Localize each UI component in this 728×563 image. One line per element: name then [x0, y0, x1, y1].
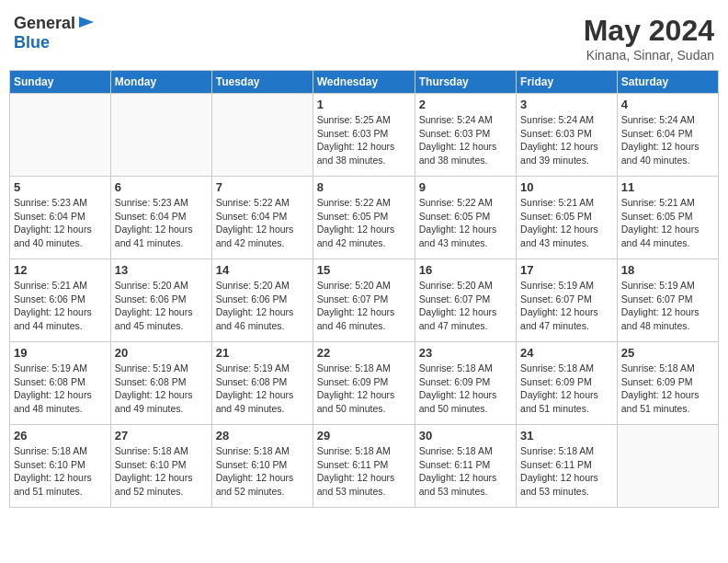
calendar-cell: 13Sunrise: 5:20 AM Sunset: 6:06 PM Dayli…	[110, 259, 211, 342]
day-info: Sunrise: 5:22 AM Sunset: 6:05 PM Dayligh…	[317, 196, 411, 250]
day-number: 8	[317, 180, 411, 194]
day-info: Sunrise: 5:19 AM Sunset: 6:07 PM Dayligh…	[520, 279, 613, 333]
day-number: 19	[14, 346, 107, 360]
logo-blue: Blue	[14, 33, 50, 52]
day-number: 29	[317, 429, 411, 442]
logo-flag-icon	[77, 15, 96, 33]
day-number: 17	[520, 263, 613, 277]
day-info: Sunrise: 5:19 AM Sunset: 6:08 PM Dayligh…	[14, 362, 107, 416]
page-header: General Blue May 2024 Kinana, Sinnar, Su…	[9, 9, 719, 63]
calendar-cell: 25Sunrise: 5:18 AM Sunset: 6:09 PM Dayli…	[617, 342, 718, 425]
day-number: 3	[520, 98, 613, 111]
day-info: Sunrise: 5:18 AM Sunset: 6:09 PM Dayligh…	[520, 362, 613, 416]
day-info: Sunrise: 5:18 AM Sunset: 6:09 PM Dayligh…	[317, 362, 411, 416]
day-info: Sunrise: 5:24 AM Sunset: 6:03 PM Dayligh…	[419, 113, 512, 167]
day-info: Sunrise: 5:18 AM Sunset: 6:10 PM Dayligh…	[216, 444, 309, 499]
day-number: 22	[317, 346, 411, 360]
logo-general: General	[14, 14, 75, 33]
day-number: 21	[216, 346, 309, 360]
calendar-cell: 22Sunrise: 5:18 AM Sunset: 6:09 PM Dayli…	[313, 342, 415, 425]
calendar-cell: 12Sunrise: 5:21 AM Sunset: 6:06 PM Dayli…	[10, 259, 111, 342]
day-info: Sunrise: 5:20 AM Sunset: 6:06 PM Dayligh…	[216, 279, 309, 333]
day-info: Sunrise: 5:19 AM Sunset: 6:08 PM Dayligh…	[115, 362, 208, 416]
day-number: 20	[115, 346, 208, 360]
calendar-cell: 3Sunrise: 5:24 AM Sunset: 6:03 PM Daylig…	[517, 94, 618, 177]
day-info: Sunrise: 5:18 AM Sunset: 6:11 PM Dayligh…	[419, 444, 512, 499]
title-block: May 2024 Kinana, Sinnar, Sudan	[584, 14, 714, 63]
week-row-2: 5Sunrise: 5:23 AM Sunset: 6:04 PM Daylig…	[10, 177, 719, 259]
day-info: Sunrise: 5:21 AM Sunset: 6:06 PM Dayligh…	[14, 279, 107, 333]
day-number: 14	[216, 263, 309, 277]
calendar-cell: 15Sunrise: 5:20 AM Sunset: 6:07 PM Dayli…	[313, 259, 415, 342]
day-number: 31	[520, 429, 613, 442]
day-info: Sunrise: 5:19 AM Sunset: 6:07 PM Dayligh…	[621, 279, 714, 333]
day-number: 12	[14, 263, 107, 277]
day-info: Sunrise: 5:18 AM Sunset: 6:10 PM Dayligh…	[115, 444, 208, 499]
day-info: Sunrise: 5:18 AM Sunset: 6:11 PM Dayligh…	[520, 444, 613, 499]
col-header-thursday: Thursday	[415, 71, 516, 94]
day-info: Sunrise: 5:20 AM Sunset: 6:07 PM Dayligh…	[317, 279, 411, 333]
day-info: Sunrise: 5:20 AM Sunset: 6:07 PM Dayligh…	[419, 279, 512, 333]
week-row-1: 1Sunrise: 5:25 AM Sunset: 6:03 PM Daylig…	[10, 94, 719, 177]
calendar-cell: 8Sunrise: 5:22 AM Sunset: 6:05 PM Daylig…	[313, 177, 415, 259]
day-number: 7	[216, 180, 309, 194]
day-info: Sunrise: 5:18 AM Sunset: 6:10 PM Dayligh…	[14, 444, 107, 499]
day-number: 2	[419, 98, 512, 111]
day-info: Sunrise: 5:23 AM Sunset: 6:04 PM Dayligh…	[115, 196, 208, 250]
col-header-saturday: Saturday	[617, 71, 718, 94]
day-info: Sunrise: 5:23 AM Sunset: 6:04 PM Dayligh…	[14, 196, 107, 250]
calendar-cell: 11Sunrise: 5:21 AM Sunset: 6:05 PM Dayli…	[617, 177, 718, 259]
day-number: 1	[317, 98, 411, 111]
calendar-cell: 9Sunrise: 5:22 AM Sunset: 6:05 PM Daylig…	[415, 177, 516, 259]
day-number: 5	[14, 180, 107, 194]
calendar-cell: 16Sunrise: 5:20 AM Sunset: 6:07 PM Dayli…	[415, 259, 516, 342]
day-info: Sunrise: 5:19 AM Sunset: 6:08 PM Dayligh…	[216, 362, 309, 416]
logo-text-block: General Blue	[14, 14, 96, 52]
calendar-cell: 19Sunrise: 5:19 AM Sunset: 6:08 PM Dayli…	[10, 342, 111, 425]
day-number: 23	[419, 346, 512, 360]
day-number: 18	[621, 263, 714, 277]
week-row-4: 19Sunrise: 5:19 AM Sunset: 6:08 PM Dayli…	[10, 342, 719, 425]
calendar-cell: 10Sunrise: 5:21 AM Sunset: 6:05 PM Dayli…	[517, 177, 618, 259]
calendar-cell: 21Sunrise: 5:19 AM Sunset: 6:08 PM Dayli…	[211, 342, 313, 425]
day-info: Sunrise: 5:20 AM Sunset: 6:06 PM Dayligh…	[115, 279, 208, 333]
calendar-cell: 17Sunrise: 5:19 AM Sunset: 6:07 PM Dayli…	[517, 259, 618, 342]
calendar-cell: 6Sunrise: 5:23 AM Sunset: 6:04 PM Daylig…	[110, 177, 211, 259]
calendar-cell: 29Sunrise: 5:18 AM Sunset: 6:11 PM Dayli…	[313, 425, 415, 508]
month-year-title: May 2024	[584, 14, 714, 48]
day-info: Sunrise: 5:18 AM Sunset: 6:11 PM Dayligh…	[317, 444, 411, 499]
day-number: 4	[621, 98, 714, 111]
calendar-cell: 7Sunrise: 5:22 AM Sunset: 6:04 PM Daylig…	[211, 177, 313, 259]
col-header-friday: Friday	[517, 71, 618, 94]
day-number: 25	[621, 346, 714, 360]
calendar-cell	[617, 425, 718, 508]
calendar-header-row: SundayMondayTuesdayWednesdayThursdayFrid…	[10, 71, 719, 94]
day-info: Sunrise: 5:24 AM Sunset: 6:03 PM Dayligh…	[520, 113, 613, 167]
calendar-cell	[110, 94, 211, 177]
day-number: 6	[115, 180, 208, 194]
day-info: Sunrise: 5:22 AM Sunset: 6:04 PM Dayligh…	[216, 196, 309, 250]
day-number: 15	[317, 263, 411, 277]
week-row-3: 12Sunrise: 5:21 AM Sunset: 6:06 PM Dayli…	[10, 259, 719, 342]
calendar-cell: 23Sunrise: 5:18 AM Sunset: 6:09 PM Dayli…	[415, 342, 516, 425]
day-number: 26	[14, 429, 107, 442]
calendar-cell: 28Sunrise: 5:18 AM Sunset: 6:10 PM Dayli…	[211, 425, 313, 508]
col-header-tuesday: Tuesday	[211, 71, 313, 94]
col-header-monday: Monday	[110, 71, 211, 94]
week-row-5: 26Sunrise: 5:18 AM Sunset: 6:10 PM Dayli…	[10, 425, 719, 508]
calendar-cell	[211, 94, 313, 177]
day-number: 13	[115, 263, 208, 277]
day-info: Sunrise: 5:18 AM Sunset: 6:09 PM Dayligh…	[419, 362, 512, 416]
logo: General Blue	[14, 14, 96, 52]
calendar-cell: 18Sunrise: 5:19 AM Sunset: 6:07 PM Dayli…	[617, 259, 718, 342]
day-info: Sunrise: 5:21 AM Sunset: 6:05 PM Dayligh…	[520, 196, 613, 250]
calendar-table: SundayMondayTuesdayWednesdayThursdayFrid…	[9, 70, 719, 508]
calendar-cell: 30Sunrise: 5:18 AM Sunset: 6:11 PM Dayli…	[415, 425, 516, 508]
day-info: Sunrise: 5:18 AM Sunset: 6:09 PM Dayligh…	[621, 362, 714, 416]
day-number: 27	[115, 429, 208, 442]
day-info: Sunrise: 5:22 AM Sunset: 6:05 PM Dayligh…	[419, 196, 512, 250]
col-header-wednesday: Wednesday	[313, 71, 415, 94]
day-number: 9	[419, 180, 512, 194]
calendar-cell: 27Sunrise: 5:18 AM Sunset: 6:10 PM Dayli…	[110, 425, 211, 508]
day-number: 24	[520, 346, 613, 360]
